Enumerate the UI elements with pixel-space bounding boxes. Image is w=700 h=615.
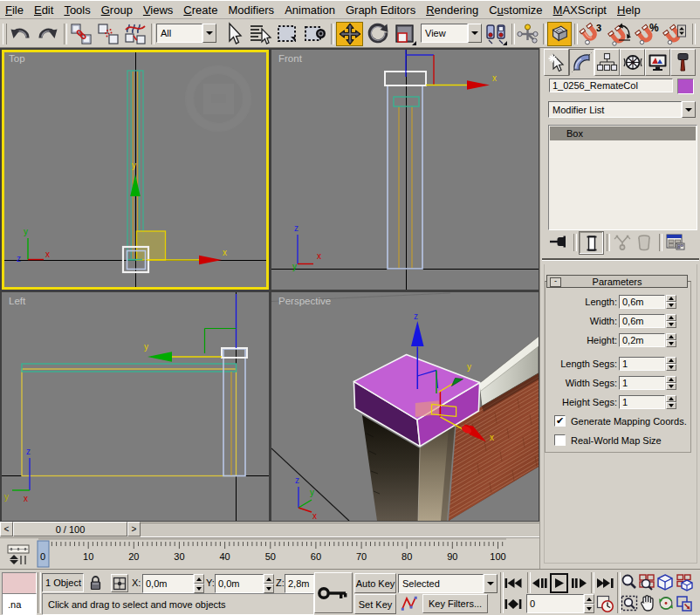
spinner-down-button[interactable] [666,302,676,309]
spinner-up-button[interactable] [666,357,676,364]
width-segs-spinner[interactable] [666,376,676,390]
tab-motion[interactable] [620,49,645,76]
macro-recorder-pane[interactable] [2,572,37,594]
select-by-name-button[interactable] [248,22,272,46]
maxscript-mini-listener[interactable]: .na [2,593,37,615]
zoom-extents-button[interactable] [656,573,674,593]
window-crossing-button[interactable] [303,22,327,46]
menu-modifiers[interactable]: Modifiers [223,2,279,18]
use-pivot-point-center-button[interactable] [484,22,508,46]
tab-hierarchy[interactable] [594,49,620,76]
length-segs-spinner[interactable] [666,357,676,371]
pin-stack-button[interactable] [548,233,569,254]
spinner-up-button[interactable] [666,395,676,402]
spinner-up-button[interactable] [194,574,204,584]
menu-edit[interactable]: Edit [29,2,58,18]
select-and-manipulate-button[interactable] [516,22,540,46]
selection-filter-combo[interactable]: All [156,24,216,43]
parameters-rollout-header[interactable]: Parameters [546,275,688,288]
rectangular-selection-region-button[interactable] [275,22,299,46]
time-slider-next-button[interactable]: > [127,522,141,536]
menu-maxscript[interactable]: MAXScript [548,2,612,18]
show-end-result-button[interactable] [579,231,604,255]
spinner-up-button[interactable] [264,574,274,584]
select-and-link-button[interactable] [69,22,93,46]
height-segs-spinner[interactable] [666,395,676,409]
viewport-front[interactable]: x z x y Front [271,50,539,290]
track-bar-ruler[interactable]: 0102030405060708090100 [0,538,541,569]
spinner-down-button[interactable] [666,402,676,409]
spinner-down-button[interactable] [264,584,274,593]
time-slider-handle[interactable]: 0 / 100 [13,522,127,536]
redo-button[interactable] [35,22,59,46]
rollout-collapse-button[interactable]: - [550,277,561,287]
time-configuration-button[interactable] [596,595,614,615]
angle-snap-toggle-button[interactable] [607,22,633,46]
menu-group[interactable]: Group [96,2,138,18]
viewport-top-label[interactable]: Top [9,53,25,64]
object-name-field[interactable]: 1_0256_RemateCol [549,79,673,92]
length-field[interactable]: 0,6m [619,295,665,309]
selection-filter-dropdown-button[interactable] [202,24,216,43]
key-mode-dropdown-button[interactable] [484,574,498,593]
viewport-perspective-label[interactable]: Perspective [278,296,331,306]
viewport-left-label[interactable]: Left [9,296,26,306]
keyboard-shortcut-override-button[interactable] [547,22,572,46]
zoom-button[interactable] [621,573,637,593]
toolbar-grip[interactable] [3,24,7,44]
viewport-front-label[interactable]: Front [278,53,303,64]
spinner-down-button[interactable] [666,340,676,347]
remove-modifier-button[interactable] [635,234,654,253]
current-frame-field[interactable]: 0 [526,594,584,613]
set-key-button[interactable]: Set Key [354,594,396,614]
height-segs-field[interactable]: 1 [619,395,665,409]
absolute-mode-transform-button[interactable] [111,574,128,592]
modifier-stack-item[interactable]: Box [550,126,696,140]
menu-help[interactable]: Help [612,2,646,18]
key-mode-combo[interactable]: Selected [398,574,498,593]
tab-modify[interactable] [569,49,594,76]
default-tangents-button[interactable] [400,594,419,613]
go-to-start-button[interactable] [504,574,523,594]
configure-modifier-sets-button[interactable] [664,233,687,254]
key-filters-button[interactable]: Key Filters... [422,594,488,613]
spinner-down-button[interactable] [666,321,676,328]
zoom-all-button[interactable] [638,573,655,593]
menu-create[interactable]: Create [178,2,223,18]
zoom-region-button[interactable] [621,594,638,614]
next-frame-button[interactable] [570,574,587,594]
unlink-selection-button[interactable] [96,22,120,46]
height-field[interactable]: 0,2m [619,333,665,347]
auto-key-button[interactable]: Auto Key [354,573,396,593]
wireframe-wall-left[interactable] [22,364,237,476]
generate-mapping-coords-checkbox[interactable]: ✔ [554,415,566,427]
width-spinner[interactable] [666,314,676,328]
viewport-top[interactable]: y x y x z Top [2,50,269,290]
percent-snap-toggle-button[interactable]: % [635,22,661,46]
selection-lock-toggle[interactable] [89,575,102,593]
wireframe-yellow-box-top[interactable] [137,231,166,260]
spinner-down-button[interactable] [584,604,594,613]
tab-display[interactable] [645,49,670,76]
zoom-extents-all-button[interactable] [676,573,693,593]
spinner-up-button[interactable] [666,314,676,321]
select-and-rotate-button[interactable] [366,22,390,46]
current-frame-spinner[interactable] [584,594,594,613]
make-unique-button[interactable] [612,234,633,253]
z-coord-field[interactable]: 2,8m [285,574,314,593]
modifier-stack-list[interactable]: Box [548,125,697,230]
menu-animation[interactable]: Animation [279,2,340,18]
viewport-perspective[interactable]: x y z z y x Perspective [271,292,539,521]
spinner-down-button[interactable] [666,364,676,371]
length-spinner[interactable] [666,295,676,309]
select-object-button[interactable] [221,22,245,46]
spinner-up-button[interactable] [584,594,594,604]
move-gizmo-front[interactable]: x [406,50,497,90]
spinner-down-button[interactable] [194,584,204,593]
reference-coordsys-combo[interactable]: View [421,24,482,43]
time-slider-track[interactable] [141,523,539,537]
wireframe-column-front[interactable] [388,85,422,269]
real-world-map-size-checkbox[interactable] [554,434,566,446]
object-color-swatch[interactable] [677,79,694,94]
width-segs-field[interactable]: 1 [619,376,665,390]
